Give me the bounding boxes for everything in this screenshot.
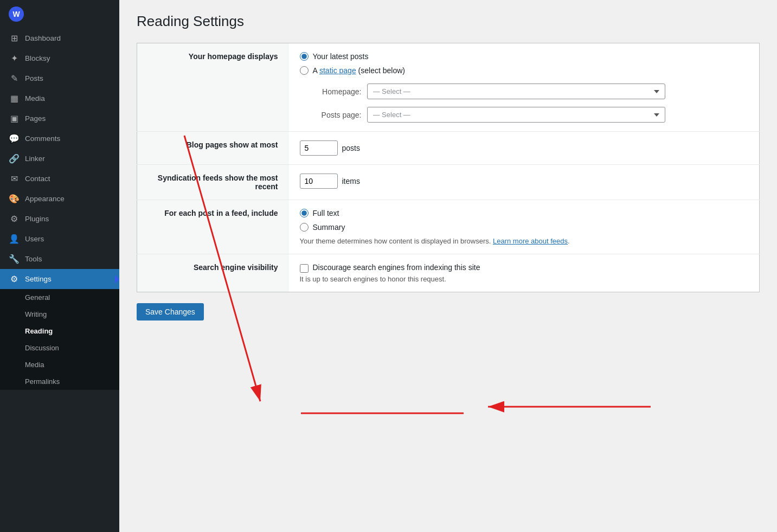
syndication-input[interactable] [300,174,338,189]
radio-latest-posts-input[interactable] [300,52,309,61]
radio-latest-posts: Your latest posts [300,52,749,61]
syndication-unit: items [342,177,360,185]
posts-page-select[interactable]: — Select — [367,107,665,123]
learn-more-link[interactable]: Learn more about feeds [493,237,568,245]
sidebar-item-comments[interactable]: 💬 Comments [0,129,119,149]
plugins-icon: ⚙ [9,214,20,224]
submenu-label: Writing [25,310,47,318]
radio-static-page-label: A static page (select below) [313,66,405,75]
setting-label-homepage: Your homepage displays [137,43,289,132]
sidebar-item-users[interactable]: 👤 Users [0,229,119,249]
sidebar-item-label: Tools [25,255,42,263]
submenu-label: Media [25,361,44,369]
homepage-select-row: Homepage: — Select — [313,84,749,99]
submenu-label: Discussion [25,344,59,352]
sidebar-item-posts[interactable]: ✎ Posts [0,68,119,88]
submenu-label: Permalinks [25,377,60,386]
homepage-select[interactable]: — Select — [367,84,665,99]
sidebar-item-label: Settings [25,275,52,283]
comments-icon: 💬 [9,133,20,144]
page-title: Reading Settings [137,13,760,30]
submenu-item-writing[interactable]: Writing [0,306,119,323]
setting-label-syndication: Syndication feeds show the most recent [137,165,289,200]
sidebar-item-linker[interactable]: 🔗 Linker [0,149,119,169]
setting-label-feed: For each post in a feed, include [137,200,289,254]
setting-value-syndication: items [289,165,760,200]
settings-submenu: General Writing Reading Discussion Media… [0,289,119,390]
setting-value-feed: Full text Summary Your theme determines … [289,200,760,254]
sidebar-item-blocksy[interactable]: ✦ Blocksy [0,48,119,68]
sidebar-item-tools[interactable]: 🔧 Tools [0,249,119,269]
feed-description: Your theme determines how content is dis… [300,237,749,245]
users-icon: 👤 [9,234,20,244]
sidebar-item-label: Linker [25,155,45,163]
search-engine-description: It is up to search engines to honor this… [300,275,749,283]
blog-pages-input[interactable]: 5 [300,140,338,156]
save-changes-button[interactable]: Save Changes [137,303,204,321]
posts-icon: ✎ [9,73,20,84]
radio-static-page: A static page (select below) [300,66,749,75]
setting-value-search-engine: Discourage search engines from indexing … [289,254,760,292]
contact-icon: ✉ [9,174,20,184]
setting-label-search-engine: Search engine visibility [137,254,289,292]
settings-table: Your homepage displays Your latest posts… [137,43,760,292]
sidebar-item-settings[interactable]: ⚙ Settings [0,269,119,289]
radio-full-text: Full text [300,209,749,217]
setting-row-search-engine: Search engine visibility Discourage sear… [137,254,760,292]
wp-logo-icon: W [9,7,24,22]
pages-icon: ▣ [9,113,20,124]
feed-description-text: Your theme determines how content is dis… [300,237,491,245]
search-engine-checkbox-label: Discourage search engines from indexing … [313,263,480,272]
setting-row-syndication: Syndication feeds show the most recent i… [137,165,760,200]
sidebar-item-label: Posts [25,74,43,82]
blocksy-icon: ✦ [9,53,20,63]
static-page-link[interactable]: static page [319,66,356,75]
submenu-item-general[interactable]: General [0,289,119,306]
sidebar-item-label: Users [25,235,44,243]
radio-full-text-label: Full text [313,209,339,217]
search-engine-checkbox-row: Discourage search engines from indexing … [300,263,749,273]
blog-pages-input-group: 5 posts [300,140,749,156]
submenu-item-media[interactable]: Media [0,356,119,373]
sidebar-item-dashboard[interactable]: ⊞ Dashboard [0,28,119,48]
static-suffix: (select below) [358,66,405,75]
static-text-a: A [313,66,318,75]
setting-row-feed: For each post in a feed, include Full te… [137,200,760,254]
blog-pages-unit: posts [342,144,360,152]
sidebar-item-plugins[interactable]: ⚙ Plugins [0,209,119,229]
submenu-label: General [25,293,50,302]
sidebar-item-label: Media [25,94,45,102]
settings-icon: ⚙ [9,274,20,284]
submenu-item-permalinks[interactable]: Permalinks [0,373,119,390]
setting-label-blog-pages: Blog pages show at most [137,132,289,165]
sidebar-item-media[interactable]: ▦ Media [0,88,119,108]
sidebar-item-label: Plugins [25,215,49,223]
tools-icon: 🔧 [9,254,20,264]
submenu-item-reading[interactable]: Reading [0,323,119,339]
radio-full-text-input[interactable] [300,209,309,217]
radio-static-page-input[interactable] [300,66,309,75]
setting-row-blog-pages: Blog pages show at most 5 posts [137,132,760,165]
search-engine-checkbox[interactable] [300,264,309,273]
radio-summary-input[interactable] [300,223,309,232]
homepage-select-label: Homepage: [313,87,362,96]
sidebar: W ⊞ Dashboard ✦ Blocksy ✎ Posts ▦ Media … [0,0,119,532]
submenu-label: Reading [25,327,53,335]
sidebar-item-contact[interactable]: ✉ Contact [0,169,119,189]
appearance-icon: 🎨 [9,194,20,204]
main-content: Reading Settings Your homepage displays … [119,0,777,532]
setting-row-homepage: Your homepage displays Your latest posts… [137,43,760,132]
setting-value-homepage: Your latest posts A static page (select … [289,43,760,132]
media-icon: ▦ [9,93,20,104]
sidebar-item-label: Dashboard [25,34,61,42]
sidebar-item-pages[interactable]: ▣ Pages [0,108,119,129]
sidebar-item-label: Pages [25,114,46,123]
linker-icon: 🔗 [9,153,20,164]
setting-value-blog-pages: 5 posts [289,132,760,165]
radio-latest-posts-label: Your latest posts [313,52,369,61]
sidebar-item-label: Contact [25,175,50,183]
sidebar-item-appearance[interactable]: 🎨 Appearance [0,189,119,209]
sidebar-item-settings-parent: ⚙ Settings General Writing Reading Discu… [0,269,119,390]
static-page-selects: Homepage: — Select — Posts page: — Selec… [313,80,749,123]
submenu-item-discussion[interactable]: Discussion [0,339,119,356]
